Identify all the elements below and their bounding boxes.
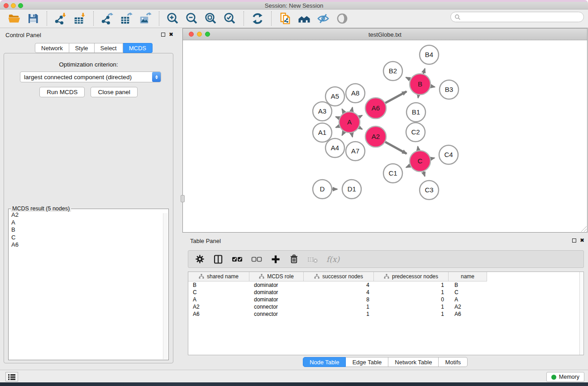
graph-edge-A-A1[interactable]	[336, 126, 339, 128]
close-panel-button[interactable]: Close panel	[91, 87, 137, 97]
cell-successor-nodes[interactable]: 8	[304, 296, 374, 303]
run-mcds-button[interactable]: Run MCDS	[39, 87, 85, 97]
graph-edge-A-A7[interactable]	[352, 133, 353, 137]
node-table[interactable]: shared name MCDS role successor nodes pr…	[188, 272, 584, 355]
titlebar[interactable]: Session: New Session	[0, 2, 588, 10]
checked-boxes-icon[interactable]	[231, 253, 243, 265]
cell-mcds-role[interactable]: connector	[249, 304, 304, 310]
tab-network[interactable]: Network	[35, 43, 69, 53]
zoom-selected-button[interactable]	[223, 11, 237, 26]
cell-predecessor-nodes[interactable]: 0	[374, 296, 449, 303]
graph-edge-A-A2[interactable]	[359, 128, 362, 129]
network-graph[interactable]: AA1A2A3A4A5A6A7A8BB1B2B3B4CC1C2C3C4DD1	[183, 40, 587, 233]
cell-successor-nodes[interactable]: 1	[304, 311, 374, 317]
table-row[interactable]: A dominator 8 0 A	[188, 296, 583, 303]
cell-successor-nodes[interactable]: 1	[304, 304, 374, 310]
cell-name[interactable]: A6	[449, 311, 487, 317]
cell-predecessor-nodes[interactable]: 1	[374, 304, 449, 310]
column-header-predecessor-nodes[interactable]: predecessor nodes	[374, 272, 449, 281]
tab-mcds[interactable]: MCDS	[123, 43, 153, 53]
cell-mcds-role[interactable]: dominator	[249, 282, 304, 288]
graph-edge-A2-C[interactable]	[385, 142, 406, 154]
unchecked-boxes-icon[interactable]	[251, 253, 263, 265]
zoom-out-button[interactable]	[185, 11, 199, 26]
search-field[interactable]	[450, 12, 584, 22]
tab-edge-table[interactable]: Edge Table	[346, 357, 388, 367]
gear-icon[interactable]	[195, 254, 205, 264]
result-item[interactable]: A2	[11, 211, 166, 219]
result-scrollbar[interactable]	[163, 213, 168, 359]
result-item[interactable]: A	[11, 219, 166, 227]
zoom-fit-button[interactable]	[204, 11, 218, 26]
birds-eye-handle[interactable]	[181, 195, 185, 202]
cell-predecessor-nodes[interactable]: 1	[374, 311, 449, 317]
graph-edge-B-B3[interactable]	[431, 86, 435, 87]
result-item[interactable]: B	[11, 226, 166, 234]
cell-successor-nodes[interactable]: 4	[304, 282, 374, 288]
network-window-titlebar[interactable]: testGlobe.txt	[183, 29, 587, 40]
optimization-criterion-select[interactable]: largest connected component (directed)	[20, 71, 161, 82]
column-header-shared-name[interactable]: shared name	[188, 272, 249, 281]
graph-edge-C-C2[interactable]	[418, 147, 418, 151]
task-history-button[interactable]	[5, 372, 18, 381]
cell-shared-name[interactable]: A6	[188, 311, 249, 317]
table-row[interactable]: A2 connector 1 1 A2	[188, 303, 583, 310]
column-header-mcds-role[interactable]: MCDS role	[249, 272, 304, 281]
graph-edge-A-A5[interactable]	[342, 109, 344, 113]
cell-predecessor-nodes[interactable]: 1	[374, 282, 449, 288]
import-table-button[interactable]	[72, 11, 87, 26]
cell-name[interactable]: A	[449, 296, 487, 303]
export-table-button[interactable]	[119, 11, 134, 26]
cell-shared-name[interactable]: C	[188, 289, 249, 295]
table-row[interactable]: C dominator 4 1 C	[188, 289, 583, 296]
cell-successor-nodes[interactable]: 4	[304, 289, 374, 295]
cell-shared-name[interactable]: A2	[188, 304, 249, 310]
graph-edge-C-C1[interactable]	[406, 166, 410, 167]
cell-name[interactable]: A2	[449, 304, 487, 310]
close-panel-icon[interactable]: ✖	[169, 32, 173, 37]
search-input[interactable]	[463, 13, 580, 21]
columns-icon[interactable]	[213, 254, 224, 265]
graph-edge-C-C4[interactable]	[430, 158, 434, 159]
export-image-button[interactable]	[138, 11, 153, 26]
close-panel-icon[interactable]: ✖	[580, 238, 584, 243]
apply-layout-button[interactable]	[250, 11, 265, 26]
cell-shared-name[interactable]: A	[188, 296, 249, 303]
cell-name[interactable]: B	[449, 282, 487, 288]
graph-edge-B-B4[interactable]	[423, 69, 425, 74]
column-header-successor-nodes[interactable]: successor nodes	[304, 272, 374, 281]
result-item[interactable]: C	[11, 234, 166, 242]
column-header-name[interactable]: name	[449, 272, 487, 281]
result-item[interactable]: A6	[11, 241, 166, 249]
graph-edge-A-A6[interactable]	[359, 115, 362, 117]
memory-button[interactable]: Memory	[546, 372, 584, 382]
add-icon[interactable]	[270, 254, 281, 265]
tab-select[interactable]: Select	[95, 43, 123, 53]
save-session-button[interactable]	[26, 11, 40, 26]
hide-selected-button[interactable]	[316, 11, 330, 26]
export-network-button[interactable]	[100, 11, 115, 26]
tab-network-table[interactable]: Network Table	[388, 357, 439, 367]
zoom-in-button[interactable]	[166, 11, 180, 26]
graph-edge-A6-B[interactable]	[385, 91, 406, 103]
cell-predecessor-nodes[interactable]: 1	[374, 289, 449, 295]
show-all-button[interactable]	[335, 11, 349, 26]
cell-shared-name[interactable]: B	[188, 282, 249, 288]
graph-edge-A-A8[interactable]	[352, 107, 353, 111]
float-panel-icon[interactable]	[572, 238, 576, 243]
cell-mcds-role[interactable]: connector	[249, 311, 304, 317]
graph-edge-B-B1[interactable]	[418, 95, 419, 98]
table-row[interactable]: A6 connector 1 1 A6	[188, 310, 583, 318]
table-scrollbar[interactable]	[579, 272, 583, 355]
tab-node-table[interactable]: Node Table	[303, 357, 346, 367]
open-session-button[interactable]	[7, 11, 21, 26]
graph-edge-C-C3[interactable]	[423, 172, 425, 176]
tab-motifs[interactable]: Motifs	[439, 357, 468, 367]
clone-network-button[interactable]	[278, 11, 292, 26]
cell-mcds-role[interactable]: dominator	[249, 289, 304, 295]
trash-icon[interactable]	[289, 254, 299, 264]
table-row[interactable]: B dominator 4 1 B	[188, 281, 583, 289]
mcds-result-list[interactable]: A2 A B C A6	[9, 209, 168, 251]
graph-edge-B-B2[interactable]	[406, 77, 411, 80]
network-canvas[interactable]: AA1A2A3A4A5A6A7A8BB1B2B3B4CC1C2C3C4DD1	[183, 40, 587, 232]
